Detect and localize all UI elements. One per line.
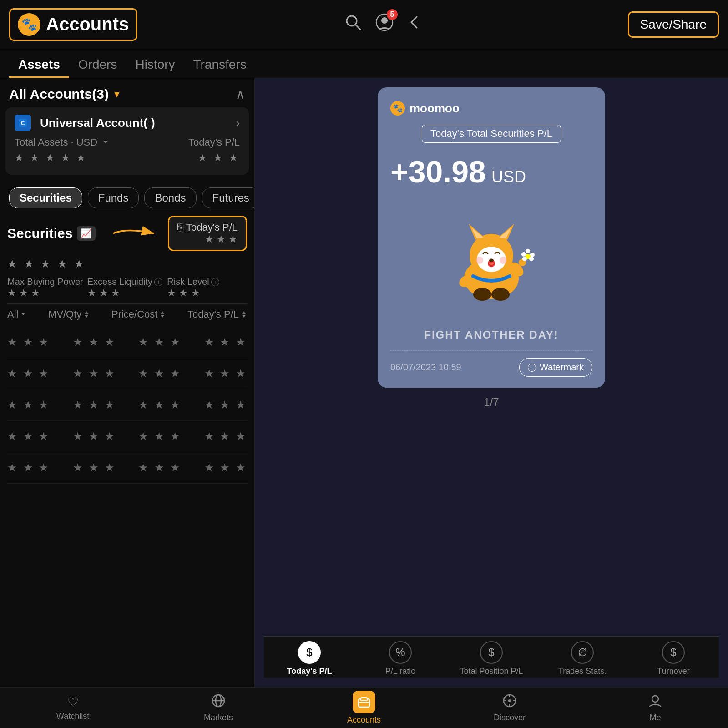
table-row[interactable]: ★ ★ ★ ★ ★ ★ ★ ★ ★ ★ ★ ★ (7, 421, 247, 452)
share-tab-todays-pl[interactable]: $ Today's P/L (264, 641, 355, 676)
nav-markets[interactable]: Markets (146, 693, 291, 723)
right-panel: 🐾 moomoo Today's Total Securities P/L +3… (255, 78, 728, 687)
accounts-nav-label: Accounts (347, 715, 381, 725)
trades-stats-tab-icon: ∅ (571, 641, 594, 664)
collapse-icon[interactable]: ∧ (236, 87, 245, 102)
watermark-button[interactable]: Watermark (519, 358, 592, 377)
save-share-button[interactable]: Save/Share (628, 11, 719, 38)
me-label: Me (649, 713, 661, 723)
nav-accounts[interactable]: Accounts (291, 691, 437, 725)
share-type-tabs: $ Today's P/L % P/L ratio $ Total Positi… (264, 636, 719, 678)
todays-pl-box-label: ⎘ Today's P/L (177, 222, 238, 233)
copy-icon: ⎘ (177, 222, 183, 233)
holdings-table-header: All MV/Qty Price/Cost (7, 303, 247, 323)
securities-value-stars: ★ ★ ★ ★ ★ (7, 258, 247, 270)
watchlist-label: Watchlist (56, 712, 89, 721)
securities-title: Securities 📈 (7, 226, 96, 241)
todays-pl-box-stars: ★ ★ ★ (177, 233, 238, 245)
category-tabs: Securities Funds Bonds Futures (0, 182, 254, 216)
risk-level-val: ★ ★ ★ (167, 287, 247, 299)
svg-marker-10 (85, 315, 88, 318)
account-card: C Universal Account( ) › Total Assets · … (5, 107, 249, 175)
col-mv-qty[interactable]: MV/Qty (48, 308, 90, 320)
accounts-icon-wrap (353, 691, 375, 713)
markets-label: Markets (204, 713, 233, 723)
todays-pl-stars: ★ ★ ★ (198, 152, 240, 164)
back-icon[interactable] (407, 13, 421, 35)
tab-history[interactable]: History (126, 53, 184, 78)
discover-icon (502, 693, 517, 711)
trades-stats-tab-label: Trades Stats. (558, 667, 607, 676)
header-actions: 5 (344, 13, 421, 36)
nav-watchlist[interactable]: ♡ Watchlist (0, 695, 146, 721)
tab-transfers[interactable]: Transfers (184, 53, 256, 78)
svg-marker-11 (161, 311, 164, 314)
search-icon[interactable] (344, 13, 362, 35)
max-buying-power-label: Max Buying Power (7, 277, 87, 287)
risk-level-label: Risk Level i (167, 277, 247, 287)
card-stat-label: Today's Total Securities P/L (422, 125, 561, 143)
tab-pill-futures[interactable]: Futures (202, 187, 255, 208)
card-brand-name: moomoo (410, 101, 460, 116)
todays-pl-tab-icon: $ (298, 641, 321, 664)
col-price-cost[interactable]: Price/Cost (111, 308, 166, 320)
table-row[interactable]: ★ ★ ★ ★ ★ ★ ★ ★ ★ ★ ★ ★ (7, 327, 247, 358)
bottom-navigation: ♡ Watchlist Markets Accounts (0, 687, 728, 728)
share-tab-turnover[interactable]: $ Turnover (628, 641, 719, 676)
turnover-tab-label: Turnover (657, 667, 689, 676)
table-row[interactable]: ★ ★ ★ ★ ★ ★ ★ ★ ★ ★ ★ ★ (7, 358, 247, 389)
tab-pill-funds[interactable]: Funds (88, 187, 139, 208)
col-all-dropdown (20, 311, 26, 318)
col-todays-pl[interactable]: Today's P/L (187, 308, 247, 320)
share-tab-total-position[interactable]: $ Total Position P/L (446, 641, 537, 676)
securities-header: Securities 📈 (7, 216, 247, 251)
nav-discover[interactable]: Discover (437, 693, 582, 723)
table-row[interactable]: ★ ★ ★ ★ ★ ★ ★ ★ ★ ★ ★ ★ (7, 452, 247, 484)
card-footer: 06/07/2023 10:59 Watermark (390, 358, 592, 377)
accounts-title[interactable]: All Accounts(3) ▼ (9, 86, 121, 102)
svg-point-22 (476, 257, 483, 264)
share-tab-trades-stats[interactable]: ∅ Trades Stats. (537, 641, 628, 676)
svg-point-34 (521, 252, 526, 257)
card-brand-logo: 🐾 (390, 101, 405, 116)
securities-section: Securities 📈 (0, 216, 254, 484)
share-card-container: 🐾 moomoo Today's Total Securities P/L +3… (264, 87, 719, 678)
total-position-tab-icon: $ (480, 641, 503, 664)
tab-pill-bonds[interactable]: Bonds (144, 187, 196, 208)
account-type-icon: C (15, 115, 31, 131)
pl-ratio-tab-icon: % (389, 641, 412, 664)
tab-orders[interactable]: Orders (69, 53, 126, 78)
account-detail-arrow[interactable]: › (236, 116, 240, 130)
card-currency: USD (491, 167, 526, 187)
svg-point-33 (522, 257, 527, 261)
svg-point-36 (491, 288, 510, 301)
card-value: +30.98 (390, 154, 486, 189)
svg-point-50 (652, 696, 658, 702)
col-all[interactable]: All (7, 308, 26, 320)
share-tab-pl-ratio[interactable]: % P/L ratio (355, 641, 446, 676)
excess-liquidity-info-icon[interactable]: i (154, 278, 162, 286)
account-card-header: C Universal Account( ) › (15, 115, 240, 131)
main-layout: All Accounts(3) ▼ ∧ C Universal Account( (0, 78, 728, 687)
markets-icon (211, 693, 226, 711)
svg-marker-6 (103, 141, 108, 143)
todays-pl-box[interactable]: ⎘ Today's P/L ★ ★ ★ (168, 216, 247, 251)
total-assets-stars: ★ ★ ★ ★ ★ (15, 152, 87, 164)
tab-assets[interactable]: Assets (9, 53, 69, 78)
total-position-tab-label: Total Position P/L (460, 667, 523, 676)
turnover-tab-icon: $ (662, 641, 685, 664)
account-stars-row: ★ ★ ★ ★ ★ ★ ★ ★ (15, 152, 240, 164)
avatar-icon[interactable]: 5 (375, 13, 394, 36)
svg-point-23 (500, 257, 507, 264)
svg-point-35 (473, 288, 491, 301)
risk-level-info-icon[interactable]: i (211, 278, 219, 286)
tab-pill-securities[interactable]: Securities (9, 187, 82, 208)
nav-me[interactable]: Me (582, 693, 728, 723)
svg-line-1 (355, 25, 360, 30)
table-row[interactable]: ★ ★ ★ ★ ★ ★ ★ ★ ★ ★ ★ ★ (7, 389, 247, 421)
excess-liquidity-label: Excess Liquidity i (87, 277, 167, 287)
app-title-container: 🐾 Accounts (9, 8, 137, 41)
pl-ratio-tab-label: P/L ratio (385, 667, 415, 676)
chart-toggle-icon[interactable]: 📈 (77, 226, 96, 241)
svg-marker-13 (242, 311, 246, 314)
